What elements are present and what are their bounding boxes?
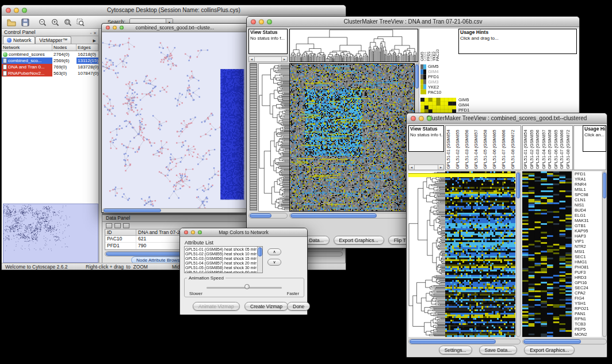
gene-label[interactable]: GPI16 [575,280,602,285]
gene-label[interactable]: PAN1 [575,311,602,316]
minimize-button[interactable] [259,19,264,24]
minimize-button[interactable] [14,7,19,13]
table-row[interactable]: DNA and Tran 0... 769(0) 183728(0) [2,64,98,70]
treeview-button[interactable]: Export Graphics... [334,236,384,244]
gene-label[interactable]: CPA2 [575,290,602,296]
row-label[interactable]: PFD1 [428,74,453,79]
zoom-button[interactable] [198,231,202,235]
gene-label[interactable]: NTR2 [575,244,602,249]
scroll-right-icon[interactable]: ▸ [438,165,443,170]
mini-hscrollbar[interactable]: ◂ ▸ [248,56,288,62]
gene-label[interactable]: KAP95 [575,228,602,233]
tab-overflow-icon[interactable]: ▶ [91,39,98,44]
gene-label[interactable]: HMG1 [575,259,602,265]
scroll-left-icon[interactable]: ◂ [249,57,255,62]
row-label[interactable]: GIM4 [428,69,453,74]
global-tree-overview[interactable] [250,63,257,210]
open-file-icon[interactable] [6,18,17,27]
column-header-id[interactable]: ID [105,229,136,235]
scroll-right-icon[interactable]: ▸ [281,57,287,62]
main-titlebar[interactable]: Cytoscape Desktop (Session Name: collins… [2,5,346,16]
secondary-hscrollbar[interactable] [522,339,607,344]
gene-label[interactable]: MSI1 [575,249,602,254]
gene-label[interactable]: MSL1 [575,187,602,192]
network-overview-panel[interactable] [3,204,98,263]
row-label[interactable]: YKE2 [428,85,453,90]
row-dendrogram-canvas[interactable] [258,63,290,212]
scrollbar-thumb[interactable] [517,173,520,198]
gene-label[interactable]: PUF3 [575,270,602,275]
gene-label[interactable]: TCB3 [575,321,602,327]
gene-label[interactable]: HAP3 [575,233,602,239]
gene-list-vscrollbar[interactable] [602,171,607,337]
attribute-item[interactable]: GPL51-01 (GSM854) heat shock 05 min [185,247,257,252]
zoom-selected-icon[interactable] [75,18,86,27]
gene-label[interactable]: YRA1 [575,177,602,182]
attribute-item[interactable]: GPL51-02 (GSM855) heat shock 10 min [185,252,257,256]
column-dendrogram-canvas[interactable] [290,29,418,62]
zoom-button[interactable] [22,7,27,13]
heatmap-canvas[interactable] [289,63,415,212]
done-button[interactable]: Done [287,302,310,311]
attribute-item[interactable]: GPL51-04 (GSM857) heat shock 20 min [185,261,257,266]
create-vizmap-button[interactable]: Create Vizmap [244,302,288,311]
gene-label[interactable]: ELG1 [575,213,602,218]
zoom-button[interactable] [120,26,124,30]
table-row[interactable]: combined_sco... 2569(6) 13112(15) [2,58,98,64]
attribute-item[interactable]: GPL51-07 (GSM868) heat shock 60 min [185,270,257,273]
gene-label[interactable]: GTB1 [575,223,602,228]
scrollbar-thumb[interactable] [250,213,271,218]
attribute-item[interactable]: GPL51-03 (GSM856) heat shock 15 min [185,256,257,261]
zoom-out-icon[interactable] [37,18,48,27]
treeview-button[interactable]: Save Data... [479,346,518,354]
gene-label[interactable]: PFD1 [575,171,602,177]
zoom-button[interactable] [427,116,432,121]
gene-label[interactable]: BUD4 [575,208,602,213]
heatmap-hscrollbar[interactable] [289,213,415,219]
gene-label[interactable]: YSH1 [575,301,602,306]
scrollbar-thumb[interactable] [523,339,581,344]
zoom-button[interactable] [267,19,272,24]
scrollbar-thumb[interactable] [415,64,419,89]
minimize-button[interactable] [419,116,424,121]
close-button[interactable] [106,26,110,30]
gene-label[interactable]: RNR4 [575,182,602,187]
select-attributes-icon[interactable] [106,223,112,228]
attribute-item[interactable]: GPL51-05 (GSM858) heat shock 30 min [185,266,257,270]
scrollbar-thumb[interactable] [290,213,377,218]
create-attribute-icon[interactable] [114,223,121,228]
network-hscrollbar[interactable] [102,208,247,213]
network-overview-canvas[interactable] [3,204,98,262]
dialog-titlebar[interactable]: Map Colors to Network [180,228,307,237]
gene-label[interactable]: PHO81 [575,265,602,270]
gene-label[interactable]: RPN1 [575,316,602,321]
zoom-fit-icon[interactable] [63,18,73,27]
table-row[interactable]: RNAPuberNov2... 563(0) 107847(0) [2,70,98,76]
heatmap-hscrollbar[interactable] [408,339,521,344]
treeview-combined-titlebar[interactable]: ClusterMaker TreeView : combined_scores_… [407,113,607,124]
row-label[interactable]: PAC10 [428,90,453,95]
mini-hscrollbar[interactable]: ◂ ▸ [408,164,444,170]
secondary-heatmap-canvas[interactable] [522,171,572,337]
save-icon[interactable] [20,18,30,27]
close-button[interactable] [184,231,188,235]
gene-label[interactable]: HRD3 [575,275,602,280]
dendrogram-hscrollbar[interactable] [248,213,288,219]
list-vscrollbar[interactable] [257,247,262,273]
heatmap-vscrollbar[interactable] [516,171,521,337]
gene-label[interactable]: MON2 [575,332,602,337]
row-label[interactable]: GIM5 [428,64,453,69]
close-button[interactable] [6,7,11,13]
table-row[interactable]: combined_scores 2764(0) 16218(0) [2,51,98,58]
column-header-network[interactable]: Network [2,44,52,51]
gene-label[interactable]: MAK31 [575,218,602,223]
gene-label[interactable]: RPO21 [575,306,602,311]
network-canvas[interactable] [102,32,247,208]
scroll-left-icon[interactable]: ◂ [409,165,415,170]
gene-label[interactable]: SPC98 [575,192,602,197]
close-button[interactable] [251,19,256,24]
move-up-button[interactable]: ∧ [267,248,281,255]
zoom-in-icon[interactable] [50,18,60,27]
network-view-titlebar[interactable]: combined_scores_good.txt--cluste... [102,24,248,32]
gene-label[interactable]: PEP5 [575,327,602,332]
